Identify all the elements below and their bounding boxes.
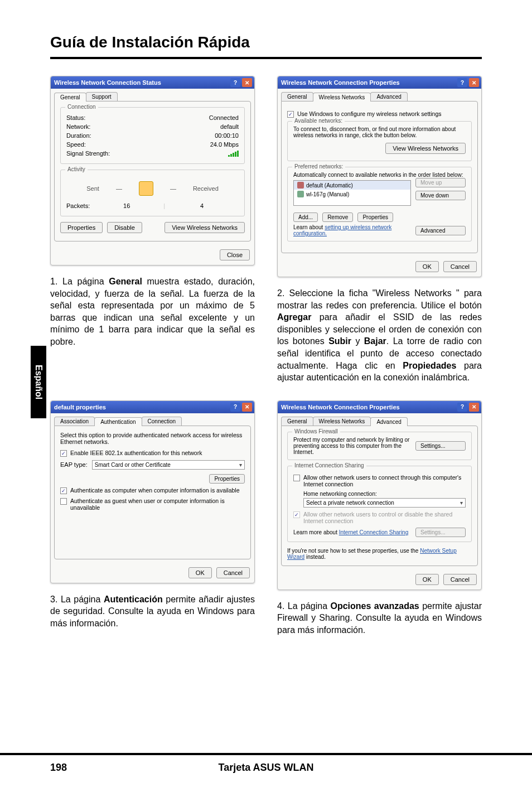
tab-association[interactable]: Association [54, 417, 95, 426]
ics-section: Internet Connection Sharing [292, 462, 366, 468]
sent-label: Sent [86, 185, 99, 192]
help-icon[interactable]: ? [457, 78, 467, 87]
ics-control-checkbox: ✓ [293, 511, 300, 518]
status-dialog: Wireless Network Connection Status ? ✕ G… [50, 76, 255, 265]
section-activity: Activity [65, 166, 88, 172]
section-connection: Connection [65, 104, 98, 110]
list-item-label: default (Automatic) [306, 182, 353, 189]
enable-8021x-label: Enable IEEE 802.1x authentication for th… [70, 450, 202, 456]
packets-label: Packets: [66, 202, 90, 209]
auth-guest-label: Authenticate as guest when user or compu… [70, 497, 245, 511]
tab-general[interactable]: General [54, 93, 86, 102]
tab-general[interactable]: General [281, 92, 313, 101]
auth-computer-label: Authenticate as computer when computer i… [70, 487, 240, 494]
ics-allow-label: Allow other network users to connect thr… [303, 474, 466, 487]
settings-button[interactable]: Settings... [415, 441, 466, 451]
auth-guest-checkbox[interactable] [60, 498, 67, 505]
close-icon[interactable]: ✕ [242, 403, 252, 412]
preferred-text: Automatically connect to available netwo… [293, 172, 466, 178]
tab-wireless[interactable]: Wireless Networks [313, 417, 371, 426]
available-section: Available networks: [292, 118, 345, 124]
cancel-button[interactable]: Cancel [443, 574, 477, 585]
caption-2: 2. Seleccione la ficha "Wireless Network… [277, 287, 482, 384]
learn-text: Learn about [293, 224, 325, 230]
status-label: Status: [66, 114, 85, 121]
firewall-text: Protect my computer and network by limit… [293, 437, 411, 455]
help-icon[interactable]: ? [230, 403, 240, 412]
tab-connection[interactable]: Connection [142, 417, 182, 426]
close-icon[interactable]: ✕ [469, 403, 479, 412]
packets-sent: 16 [90, 202, 163, 209]
wizard-text: If you're not sure how to set these prop… [287, 548, 420, 554]
tab-general[interactable]: General [281, 417, 313, 426]
packets-received: 4 [165, 202, 239, 209]
ics-control-label: Allow other network users to control or … [303, 511, 466, 524]
page-title: Guía de Instalación Rápida [50, 33, 482, 59]
ok-button[interactable]: OK [188, 567, 212, 578]
learn-link[interactable]: Internet Connection Sharing [339, 529, 409, 535]
list-item: wl-167g (Manual) [294, 190, 410, 199]
move-down-button[interactable]: Move down [415, 191, 466, 200]
advanced-button[interactable]: Advanced [415, 226, 466, 235]
caption-3: 3. La página Autenticación permite añadi… [50, 593, 255, 630]
duration-value: 00:00:10 [215, 132, 239, 139]
auth-computer-checkbox[interactable]: ✓ [60, 487, 67, 494]
lock-icon [297, 182, 304, 189]
dialog-title: Wireless Network Connection Status [54, 79, 161, 86]
available-text: To connect to, disconnect from, or find … [293, 126, 466, 138]
enable-8021x-checkbox[interactable]: ✓ [60, 450, 67, 457]
home-select[interactable]: Select a private network connection [303, 498, 466, 508]
network-label: Network: [66, 123, 90, 130]
ok-button[interactable]: OK [415, 574, 439, 585]
received-label: Received [193, 185, 219, 192]
antenna-icon [297, 191, 304, 197]
properties-button[interactable]: Properties [209, 474, 245, 484]
view-wireless-button[interactable]: View Wireless Networks [165, 222, 245, 233]
eap-type-select[interactable]: Smart Card or other Certificate [92, 460, 245, 470]
properties-button[interactable]: Properties [60, 222, 103, 233]
tab-advanced[interactable]: Advanced [370, 417, 407, 426]
close-icon[interactable]: ✕ [469, 78, 479, 87]
remove-button[interactable]: Remove [322, 212, 353, 222]
ics-allow-checkbox[interactable] [293, 475, 300, 481]
dialog-title: default properties [54, 404, 106, 410]
learn-text: Learn more about [293, 529, 339, 535]
use-windows-label: Use Windows to configure my wireless net… [297, 110, 442, 117]
home-label: Home networking connection: [303, 491, 466, 497]
ok-button[interactable]: OK [415, 261, 439, 272]
page-number: 198 [50, 762, 117, 774]
cancel-button[interactable]: Cancel [443, 261, 477, 272]
signal-label: Signal Strength: [66, 150, 110, 157]
add-button[interactable]: Add... [293, 212, 318, 222]
disable-button[interactable]: Disable [107, 222, 142, 233]
tab-support[interactable]: Support [86, 92, 118, 101]
view-wireless-button[interactable]: View Wireless Networks [385, 143, 466, 154]
dialog-title: Wireless Network Connection Properties [281, 79, 400, 86]
footer-title: Tarjeta ASUS WLAN [117, 762, 415, 774]
wireless-props-dialog: Wireless Network Connection Properties ?… [277, 76, 482, 277]
preferred-section: Preferred networks: [292, 163, 345, 170]
caption-1: 1. La página General muestra estado, dur… [50, 276, 255, 348]
firewall-section: Windows Firewall [292, 428, 340, 434]
list-item-label: wl-167g (Manual) [306, 191, 349, 197]
cancel-button[interactable]: Cancel [216, 567, 250, 578]
close-button[interactable]: Close [220, 249, 250, 260]
tab-authentication[interactable]: Authentication [94, 417, 142, 426]
language-tab: Español [31, 346, 46, 418]
eap-type-label: EAP type: [60, 461, 88, 468]
wizard-text2: instead. [304, 554, 326, 560]
use-windows-checkbox[interactable]: ✓ [287, 111, 294, 118]
page-footer: 198 Tarjeta ASUS WLAN [0, 753, 532, 780]
computers-icon [139, 181, 153, 196]
tab-wireless[interactable]: Wireless Networks [313, 93, 371, 102]
speed-label: Speed: [66, 141, 86, 148]
status-value: Connected [209, 114, 239, 121]
close-icon[interactable]: ✕ [242, 78, 252, 87]
preferred-listbox[interactable]: default (Automatic) wl-167g (Manual) [293, 180, 411, 206]
tab-advanced[interactable]: Advanced [370, 92, 407, 101]
move-up-button[interactable]: Move up [415, 178, 466, 187]
help-icon[interactable]: ? [457, 403, 467, 412]
help-icon[interactable]: ? [230, 78, 240, 87]
properties-button[interactable]: Properties [357, 212, 393, 222]
dialog-title: Wireless Network Connection Properties [281, 404, 400, 410]
